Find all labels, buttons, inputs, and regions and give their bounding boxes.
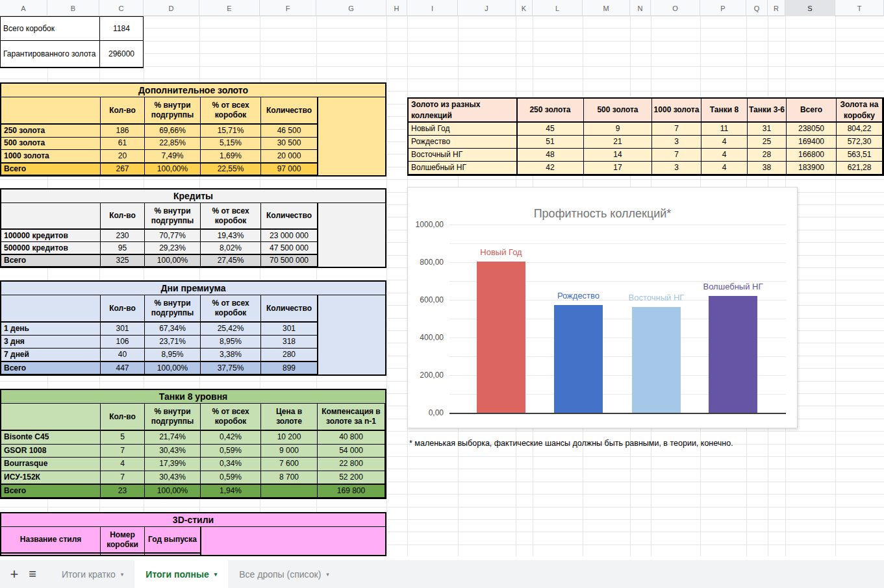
column-header-B[interactable]: B <box>47 0 99 16</box>
table-header-cell[interactable]: Всего <box>787 99 837 123</box>
table-cell[interactable]: 280 <box>261 349 318 361</box>
table-cell[interactable]: 22,55% <box>201 163 261 176</box>
table-cell[interactable]: 7 <box>652 149 701 162</box>
column-header-F[interactable]: F <box>260 0 316 16</box>
table-cell[interactable]: 3 дня <box>1 336 101 349</box>
column-header-J[interactable]: J <box>458 0 516 16</box>
sheet-tab-1[interactable]: Итоги кратко▾ <box>51 560 134 588</box>
table-cell[interactable]: 8 700 <box>261 471 318 485</box>
table-header-cell[interactable]: 500 золота <box>584 99 652 123</box>
table-header-cell[interactable]: % внутри подгруппы <box>145 203 201 230</box>
table-cell[interactable]: 23 000 000 <box>261 230 318 242</box>
table-cell[interactable]: 5 <box>101 431 145 445</box>
table-cell[interactable]: Всего <box>1 254 101 267</box>
table-header-cell[interactable]: % внутри подгруппы <box>145 97 201 125</box>
table-cell[interactable]: 100,00% <box>145 254 201 267</box>
table-cell[interactable]: 27,45% <box>201 254 261 267</box>
table-header-cell[interactable]: % от всех коробок <box>201 404 261 431</box>
column-header-S[interactable]: S <box>785 0 835 16</box>
table-cell[interactable]: 25 <box>748 136 787 149</box>
table-cell[interactable]: 21 <box>584 136 652 149</box>
table-cell[interactable]: 166800 <box>787 149 837 162</box>
table-header-cell[interactable] <box>1 203 101 230</box>
column-header-L[interactable]: L <box>533 0 583 16</box>
table-cell[interactable]: 267 <box>101 163 145 176</box>
table-cell[interactable]: 0,42% <box>201 431 261 445</box>
table-cell[interactable]: 21,74% <box>145 431 201 445</box>
table-cell[interactable]: Bisonte C45 <box>1 431 101 445</box>
table-cell[interactable]: 22,85% <box>145 138 201 151</box>
table-cell[interactable]: 14 <box>584 149 652 162</box>
table-cell[interactable]: 8,02% <box>201 242 261 254</box>
column-header-G[interactable]: G <box>316 0 386 16</box>
table-cell[interactable]: 47 500 000 <box>261 242 318 254</box>
column-header-T[interactable]: T <box>835 0 884 16</box>
table-cell[interactable]: 97 000 <box>261 163 318 176</box>
table-cell[interactable]: 37,75% <box>201 361 261 374</box>
table-header-cell[interactable]: Год выпуска <box>145 527 201 554</box>
table-cell[interactable]: 40 <box>101 349 145 361</box>
tab-caret-icon[interactable]: ▾ <box>214 571 218 578</box>
table-header-cell[interactable]: Танки 8 <box>701 99 748 123</box>
table-cell[interactable]: 0,59% <box>201 471 261 485</box>
table-cell[interactable]: ИСУ-152К <box>1 471 101 485</box>
table-header-cell[interactable]: Количество <box>261 295 318 323</box>
table-cell[interactable]: 51 <box>517 136 584 149</box>
table-cell[interactable]: 22 800 <box>318 458 385 471</box>
table-cell[interactable]: 3 <box>652 162 701 175</box>
table-cell[interactable]: 447 <box>101 361 145 374</box>
table-cell[interactable]: Всего <box>1 484 101 498</box>
table-cell[interactable]: 563,51 <box>837 149 883 162</box>
add-sheet-icon[interactable]: + <box>5 560 23 588</box>
table-cell[interactable]: 4 <box>701 162 748 175</box>
sheet-tab-2[interactable]: Итоги полные▾ <box>134 560 228 588</box>
table-cell[interactable]: 8,95% <box>145 349 201 361</box>
table-cell[interactable]: 69,66% <box>145 125 201 138</box>
table-cell[interactable]: 7 600 <box>261 458 318 471</box>
table-cell[interactable]: 186 <box>101 125 145 138</box>
column-header-R[interactable]: R <box>768 0 785 16</box>
table-cell[interactable]: 30,43% <box>145 471 201 485</box>
table-cell[interactable]: 19,43% <box>201 230 261 242</box>
table-cell[interactable]: 4 <box>701 136 748 149</box>
summary-label[interactable]: Всего коробок <box>1 17 100 41</box>
table-header-cell[interactable] <box>1 295 101 323</box>
table-cell[interactable]: 8,95% <box>201 336 261 349</box>
table-cell[interactable]: 230 <box>101 230 145 242</box>
table-header-cell[interactable]: Золота на коробку <box>837 99 883 123</box>
column-header-A[interactable]: A <box>0 0 47 16</box>
table-header-cell[interactable]: Цена в золоте <box>261 404 318 431</box>
table-cell[interactable]: 54 000 <box>318 445 385 458</box>
table-cell[interactable]: 30 500 <box>261 138 318 151</box>
table-cell[interactable]: 250 золота <box>1 125 101 138</box>
tab-caret-icon[interactable]: ▾ <box>121 571 124 578</box>
table-cell[interactable]: 23 <box>101 484 145 498</box>
table-cell[interactable]: 9 <box>584 123 652 136</box>
table-cell[interactable]: 4 <box>701 149 748 162</box>
tab-caret-icon[interactable]: ▾ <box>326 571 329 578</box>
table-header-cell[interactable]: 1000 золота <box>652 99 701 123</box>
table-header-cell[interactable]: % внутри подгруппы <box>145 295 201 323</box>
table-cell[interactable]: 29,23% <box>145 242 201 254</box>
table-cell[interactable]: 15,71% <box>201 125 261 138</box>
table-cell[interactable]: 301 <box>261 323 318 336</box>
table-cell[interactable] <box>261 484 318 498</box>
table-cell[interactable]: 17,39% <box>145 458 201 471</box>
table-cell[interactable]: 11 <box>701 123 748 136</box>
column-header-P[interactable]: P <box>700 0 746 16</box>
table-cell[interactable]: Восточный НГ <box>409 149 517 162</box>
table-cell[interactable]: 106 <box>101 336 145 349</box>
table-cell[interactable]: 7 <box>101 445 145 458</box>
table-cell[interactable]: 95 <box>101 242 145 254</box>
table-cell[interactable]: 25,42% <box>201 323 261 336</box>
summary-value[interactable]: 296000 <box>100 41 143 67</box>
table-cell[interactable]: 40 800 <box>318 431 385 445</box>
table-cell[interactable]: 70 500 000 <box>261 254 318 267</box>
table-cell[interactable]: 804,22 <box>837 123 883 136</box>
table-cell[interactable]: 5,15% <box>201 138 261 151</box>
table-cell[interactable]: 1 день <box>1 323 101 336</box>
column-header-H[interactable]: H <box>386 0 407 16</box>
table-cell[interactable]: 301 <box>101 323 145 336</box>
table-cell[interactable]: 4 <box>101 458 145 471</box>
table-header-cell[interactable]: % от всех коробок <box>201 295 261 323</box>
